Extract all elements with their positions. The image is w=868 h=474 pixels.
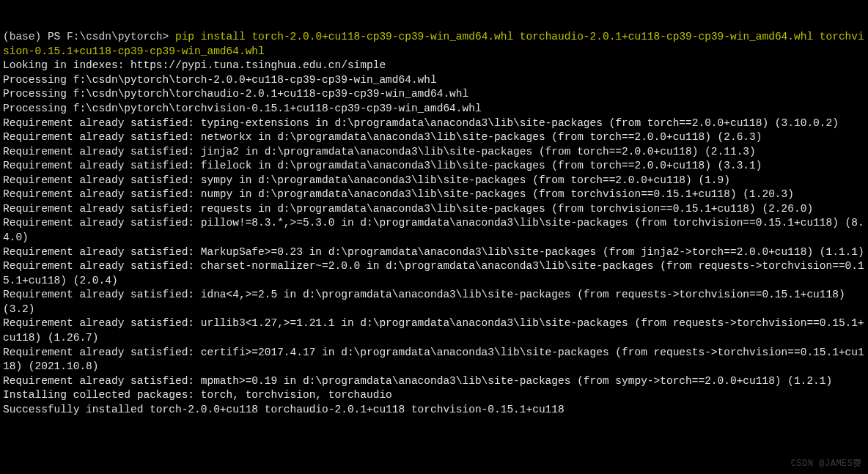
output-line: Requirement already satisfied: requests …: [3, 202, 865, 217]
output-line: Requirement already satisfied: charset-n…: [3, 259, 865, 288]
output-line: Processing f:\csdn\pytorch\torchvision-0…: [3, 102, 865, 116]
prompt-shell: PS: [48, 31, 60, 42]
output-line: Processing f:\csdn\pytorch\torch-2.0.0+c…: [3, 73, 865, 88]
watermark-text: CSDN @JAMES费: [791, 458, 862, 470]
output-line: Requirement already satisfied: pillow!=8…: [3, 216, 865, 245]
output-line: Looking in indexes: https://pypi.tuna.ts…: [3, 59, 865, 73]
output-line: Requirement already satisfied: MarkupSaf…: [3, 245, 865, 260]
output-line: Requirement already satisfied: sympy in …: [3, 174, 865, 188]
output-line: Requirement already satisfied: jinja2 in…: [3, 145, 865, 160]
output-line: Processing f:\csdn\pytorch\torchaudio-2.…: [3, 87, 865, 102]
output-line: Requirement already satisfied: typing-ex…: [3, 116, 865, 131]
output-line: Requirement already satisfied: filelock …: [3, 159, 865, 174]
output-line: Installing collected packages: torch, to…: [3, 388, 865, 403]
output-line: Requirement already satisfied: idna<4,>=…: [3, 288, 865, 316]
output-line: Successfully installed torch-2.0.0+cu118…: [3, 403, 865, 418]
output-line: Requirement already satisfied: urllib3<1…: [3, 316, 865, 345]
output-line: Requirement already satisfied: certifi>=…: [3, 346, 865, 374]
prompt-env: (base): [3, 31, 41, 42]
prompt-path: F:\csdn\pytorch>: [67, 31, 169, 42]
prompt-line: (base) PS F:\csdn\pytorch> pip install t…: [3, 30, 865, 59]
terminal-output[interactable]: (base) PS F:\csdn\pytorch> pip install t…: [3, 1, 865, 432]
output-line: Requirement already satisfied: networkx …: [3, 130, 865, 145]
output-line: Requirement already satisfied: numpy in …: [3, 188, 865, 202]
output-line: Requirement already satisfied: mpmath>=0…: [3, 374, 865, 389]
